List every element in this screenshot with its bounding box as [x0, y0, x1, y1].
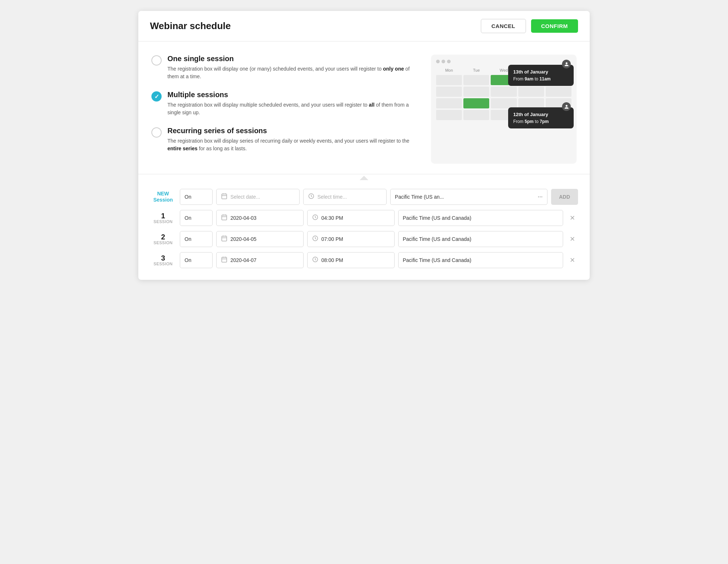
- cal-cell: [518, 98, 544, 108]
- cal-header-mon: Mon: [436, 67, 462, 74]
- session-1-num: 1: [150, 212, 176, 219]
- dot2: [442, 60, 445, 63]
- new-session-date-placeholder: Select date...: [230, 194, 260, 200]
- new-session-time-field[interactable]: Select time...: [303, 189, 387, 205]
- svg-rect-10: [222, 236, 227, 241]
- session-2-on-field[interactable]: On: [180, 231, 213, 247]
- option-recurring-sessions[interactable]: Recurring series of sessions The registr…: [151, 127, 419, 152]
- option-single-session[interactable]: One single session The registration box …: [151, 55, 419, 80]
- cal-cell: [546, 87, 571, 97]
- session-3-date-field[interactable]: 2020-04-07: [216, 252, 304, 268]
- window-dots: [436, 60, 571, 63]
- session-1-tz-field[interactable]: Pacific Time (US and Canada): [398, 210, 563, 226]
- cal-cell: [436, 98, 462, 108]
- dot1: [436, 60, 440, 63]
- collapse-divider[interactable]: [138, 174, 590, 182]
- tooltip1-person-icon: [562, 60, 571, 68]
- session-1-word: SESSION: [150, 219, 176, 224]
- clock-icon: [312, 256, 318, 264]
- radio-multiple[interactable]: [151, 91, 162, 102]
- session-3-date-value: 2020-04-07: [230, 257, 257, 263]
- option-single-title: One single session: [167, 55, 419, 63]
- session-2-tz-value: Pacific Time (US and Canada): [403, 236, 471, 242]
- option-single-text: One single session The registration box …: [167, 55, 419, 80]
- clock-icon: [308, 193, 314, 201]
- cal-cell: [436, 87, 462, 97]
- header: Webinar schedule CANCEL CONFIRM: [138, 11, 590, 41]
- session-2-date-value: 2020-04-05: [230, 236, 257, 242]
- cal-cell: [491, 98, 517, 108]
- remove-session-3-button[interactable]: ✕: [567, 255, 578, 266]
- new-session-tz-field[interactable]: Pacific Time (US an... ···: [390, 189, 547, 205]
- tooltip2-time: From 5pm to 7pm: [513, 118, 569, 125]
- session-2-time-field[interactable]: 07:00 PM: [307, 231, 395, 247]
- session-row-1: 1 SESSION On 2020-04-03 04:30 PM Pacific…: [150, 210, 578, 226]
- new-session-label: NEW Session: [150, 191, 176, 203]
- remove-session-2-button[interactable]: ✕: [567, 234, 578, 245]
- session-3-time-field[interactable]: 08:00 PM: [307, 252, 395, 268]
- session-1-time-field[interactable]: 04:30 PM: [307, 210, 395, 226]
- new-session-time-placeholder: Select time...: [317, 194, 347, 200]
- cal-cell: [436, 110, 462, 120]
- add-session-button[interactable]: ADD: [551, 189, 578, 205]
- header-buttons: CANCEL CONFIRM: [481, 19, 578, 33]
- tooltip1-date: 13th of January: [513, 68, 569, 76]
- session-row-2: 2 SESSION On 2020-04-05 07:00 PM Pacific…: [150, 231, 578, 247]
- three-dots-icon[interactable]: ···: [538, 194, 542, 200]
- option-multiple-sessions[interactable]: Multiple sessions The registration box w…: [151, 91, 419, 116]
- radio-single[interactable]: [151, 55, 162, 65]
- options-list: One single session The registration box …: [151, 55, 419, 164]
- remove-session-1-button[interactable]: ✕: [567, 213, 578, 223]
- new-session-on-field[interactable]: On: [180, 189, 213, 205]
- cal-cell-green: [463, 98, 489, 108]
- session-1-tz-value: Pacific Time (US and Canada): [403, 215, 471, 221]
- calendar-tooltip-2: 12th of January From 5pm to 7pm: [508, 107, 574, 128]
- radio-recurring[interactable]: [151, 127, 162, 138]
- confirm-button[interactable]: CONFIRM: [531, 19, 578, 33]
- calendar-illustration: Mon Tue Wed Thu Sun: [431, 55, 577, 164]
- cal-cell: [463, 110, 489, 120]
- arrow-up-icon: [360, 176, 368, 180]
- session-2-tz-field[interactable]: Pacific Time (US and Canada): [398, 231, 563, 247]
- calendar-icon: [221, 256, 228, 264]
- cancel-button[interactable]: CANCEL: [481, 19, 526, 33]
- cal-cell: [518, 87, 544, 97]
- session-3-time-value: 08:00 PM: [321, 257, 343, 263]
- option-multiple-text: Multiple sessions The registration box w…: [167, 91, 419, 116]
- sessions-section: NEW Session On Select date... Select tim…: [138, 182, 590, 280]
- new-session-num: NEW Session: [150, 191, 176, 203]
- main-card: Webinar schedule CANCEL CONFIRM One sing…: [138, 11, 590, 280]
- cal-cell: [436, 75, 462, 85]
- session-2-time-value: 07:00 PM: [321, 236, 343, 242]
- option-multiple-desc: The registration box will display multip…: [167, 101, 419, 116]
- svg-rect-15: [222, 257, 227, 262]
- tooltip2-person-icon: [562, 102, 571, 111]
- session-3-word: SESSION: [150, 262, 176, 266]
- session-3-tz-field[interactable]: Pacific Time (US and Canada): [398, 252, 563, 268]
- svg-rect-5: [222, 215, 227, 220]
- session-3-on-field[interactable]: On: [180, 252, 213, 268]
- new-session-date-field[interactable]: Select date...: [216, 189, 300, 205]
- clock-icon: [312, 235, 318, 243]
- session-2-label: 2 SESSION: [150, 233, 176, 245]
- calendar-window: Mon Tue Wed Thu Sun: [431, 55, 577, 164]
- session-1-date-field[interactable]: 2020-04-03: [216, 210, 304, 226]
- session-1-date-value: 2020-04-03: [230, 215, 257, 221]
- calendar-icon: [221, 235, 228, 243]
- session-1-time-value: 04:30 PM: [321, 215, 343, 221]
- session-1-label: 1 SESSION: [150, 212, 176, 224]
- calendar-icon: [221, 214, 228, 222]
- option-recurring-title: Recurring series of sessions: [167, 127, 419, 135]
- option-recurring-desc: The registration box will display series…: [167, 137, 419, 152]
- session-1-on-field[interactable]: On: [180, 210, 213, 226]
- session-2-word: SESSION: [150, 241, 176, 245]
- cal-cell: [463, 87, 489, 97]
- cal-cell: [463, 75, 489, 85]
- calendar-icon: [221, 193, 228, 201]
- options-section: One single session The registration box …: [138, 41, 590, 174]
- tooltip2-date: 12th of January: [513, 111, 569, 118]
- session-2-date-field[interactable]: 2020-04-05: [216, 231, 304, 247]
- dot3: [447, 60, 451, 63]
- option-recurring-text: Recurring series of sessions The registr…: [167, 127, 419, 152]
- svg-rect-0: [222, 194, 227, 199]
